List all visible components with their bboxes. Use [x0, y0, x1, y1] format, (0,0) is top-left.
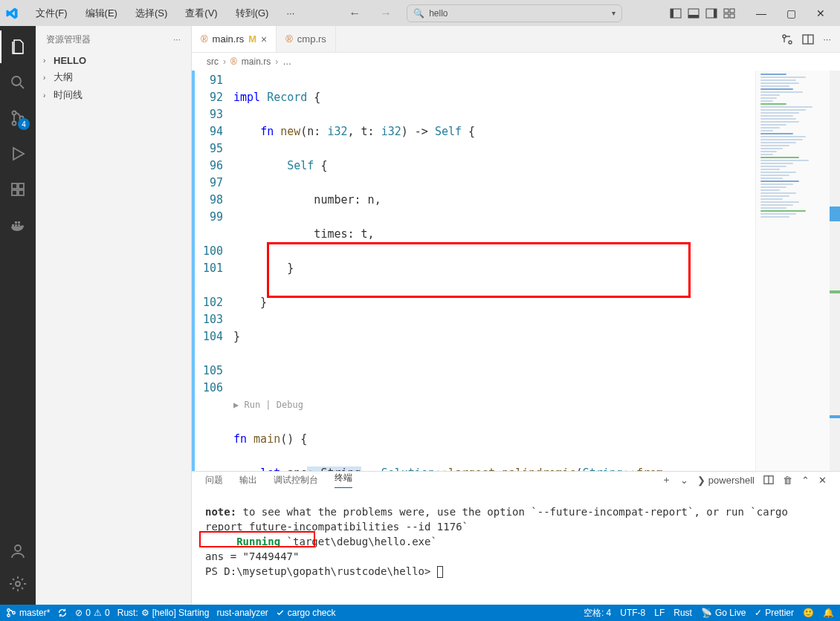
- tree-item-hello[interactable]: › HELLO: [36, 53, 191, 68]
- svg-rect-6: [724, 9, 728, 13]
- tree-label: HELLO: [54, 55, 86, 66]
- svg-rect-17: [19, 190, 24, 195]
- menu-file[interactable]: 文件(F): [28, 4, 75, 23]
- activity-explorer[interactable]: [0, 30, 36, 63]
- activity-docker[interactable]: [0, 209, 36, 241]
- status-spaces[interactable]: 空格: 4: [584, 607, 611, 620]
- new-terminal-icon[interactable]: ＋: [662, 473, 671, 487]
- layout-panel-icon[interactable]: [685, 5, 702, 22]
- tree-item-timeline[interactable]: › 时间线: [36, 86, 191, 104]
- status-cargo-check[interactable]: cargo check: [276, 608, 336, 618]
- bottom-panel: 问题 输出 调试控制台 终端 ＋ ⌄ ❯powershell 🗑 ⌃ ✕ not…: [192, 471, 840, 605]
- svg-point-24: [7, 609, 10, 612]
- panel-tab-problems[interactable]: 问题: [205, 474, 223, 487]
- vertical-scrollbar[interactable]: [830, 71, 840, 471]
- nav-fwd-icon[interactable]: →: [375, 5, 396, 22]
- rust-file-icon: ®: [285, 33, 293, 45]
- more-actions-icon[interactable]: ···: [823, 33, 831, 45]
- svg-point-12: [13, 122, 16, 126]
- command-center-search[interactable]: 🔍 hello ▾: [407, 4, 622, 22]
- terminal-ans-output: ans = "7449447": [205, 550, 299, 562]
- tree-label: 大纲: [54, 71, 73, 84]
- svg-point-21: [789, 41, 792, 44]
- nav-back-icon[interactable]: ←: [344, 5, 365, 22]
- code-editor[interactable]: impl Record { fn new(n: i32, t: i32) -> …: [233, 71, 755, 471]
- layout-secondary-icon[interactable]: [703, 5, 720, 22]
- tree-item-outline[interactable]: › 大纲: [36, 68, 191, 86]
- crumb-src: src: [207, 56, 219, 67]
- svg-point-18: [15, 545, 21, 551]
- status-rust[interactable]: Rust: ⚙ [hello] Starting: [117, 608, 210, 618]
- tab-cmp-rs[interactable]: ® cmp.rs: [277, 26, 336, 52]
- kill-terminal-icon[interactable]: 🗑: [783, 475, 792, 486]
- status-eol[interactable]: LF: [654, 608, 665, 618]
- maximize-panel-icon[interactable]: ⌃: [801, 475, 810, 486]
- layout-primary-icon[interactable]: [668, 5, 684, 22]
- menu-goto[interactable]: 转到(G): [228, 4, 277, 23]
- layout-customize-icon[interactable]: [721, 5, 737, 22]
- activity-source-control[interactable]: 4: [0, 102, 36, 134]
- svg-point-11: [13, 111, 16, 115]
- status-rust-analyzer[interactable]: rust-analyzer: [216, 608, 268, 618]
- svg-rect-16: [12, 190, 17, 195]
- status-sync[interactable]: [57, 608, 68, 618]
- sidebar: 资源管理器 ··· › HELLO › 大纲 › 时间线: [36, 26, 192, 605]
- svg-point-20: [783, 35, 786, 38]
- status-feedback-icon[interactable]: 🙂: [803, 608, 814, 618]
- rust-file-icon: ®: [230, 56, 237, 67]
- split-editor-icon[interactable]: [802, 33, 814, 45]
- activity-accounts[interactable]: [0, 535, 36, 568]
- sidebar-title: 资源管理器: [46, 33, 91, 46]
- tree-label: 时间线: [54, 88, 83, 102]
- svg-point-19: [16, 582, 20, 586]
- menu-select[interactable]: 选择(S): [128, 4, 175, 23]
- title-bar: 文件(F) 编辑(E) 选择(S) 查看(V) 转到(G) ··· ← → 🔍 …: [0, 0, 840, 26]
- svg-rect-15: [19, 183, 24, 189]
- menu-view[interactable]: 查看(V): [178, 4, 224, 23]
- codelens-run-debug[interactable]: ▶ Run | Debug: [233, 397, 755, 414]
- terminal-dropdown-icon[interactable]: ⌄: [680, 475, 688, 486]
- minimap[interactable]: [755, 71, 830, 471]
- svg-rect-14: [12, 183, 17, 189]
- activity-search[interactable]: [0, 66, 36, 99]
- activity-bar: 4: [0, 26, 36, 605]
- compare-changes-icon[interactable]: [781, 33, 793, 45]
- activity-run-debug[interactable]: [0, 137, 36, 170]
- window-close[interactable]: ✕: [806, 2, 836, 25]
- crumb-file: main.rs: [242, 56, 271, 67]
- panel-tab-debug[interactable]: 调试控制台: [274, 474, 318, 487]
- status-branch[interactable]: master*: [6, 608, 50, 618]
- status-problems[interactable]: ⊘0 ⚠0: [75, 608, 109, 618]
- terminal-body[interactable]: note: to see what the problems were, use…: [192, 488, 840, 605]
- status-encoding[interactable]: UTF-8: [620, 608, 645, 618]
- search-icon: 🔍: [413, 8, 424, 19]
- chevron-right-icon: ›: [43, 56, 49, 65]
- editor-tabs: ® main.rs M × ® cmp.rs ···: [192, 26, 840, 53]
- terminal-shell-label[interactable]: ❯powershell: [697, 475, 755, 486]
- panel-tab-terminal[interactable]: 终端: [335, 472, 352, 488]
- source-control-badge: 4: [18, 118, 30, 130]
- panel-tab-output[interactable]: 输出: [239, 474, 257, 487]
- line-numbers: 91929394 95969798 99 100101 102103104 10…: [192, 71, 233, 471]
- activity-settings[interactable]: [0, 568, 36, 600]
- breadcrumb[interactable]: src › ® main.rs › …: [192, 53, 840, 71]
- status-golive[interactable]: 📡Go Live: [701, 608, 746, 618]
- window-minimize[interactable]: —: [746, 2, 776, 25]
- menu-more[interactable]: ···: [279, 4, 302, 22]
- chevron-right-icon: ›: [43, 74, 49, 82]
- activity-extensions[interactable]: [0, 173, 36, 206]
- tab-main-rs[interactable]: ® main.rs M ×: [192, 26, 277, 52]
- tab-label: main.rs: [213, 33, 245, 45]
- window-maximize[interactable]: ▢: [776, 2, 806, 25]
- close-panel-icon[interactable]: ✕: [818, 475, 827, 486]
- status-bell-icon[interactable]: 🔔: [823, 608, 834, 618]
- status-lang[interactable]: Rust: [673, 608, 692, 618]
- svg-rect-3: [688, 15, 699, 18]
- status-prettier[interactable]: ✓Prettier: [755, 608, 794, 618]
- close-icon[interactable]: ×: [261, 33, 267, 45]
- terminal-prompt: PS D:\mysetup\gopath\rustcode\hello>: [205, 565, 437, 577]
- svg-point-25: [7, 614, 10, 617]
- split-terminal-icon[interactable]: [763, 475, 774, 485]
- sidebar-more-icon[interactable]: ···: [173, 34, 181, 45]
- menu-edit[interactable]: 编辑(E): [78, 4, 125, 23]
